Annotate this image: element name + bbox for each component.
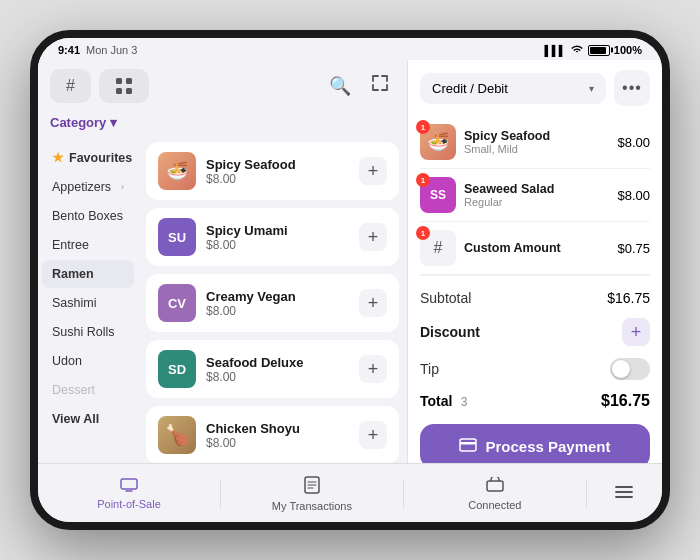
tip-row: Tip (420, 352, 650, 386)
grand-total-value: $16.75 (601, 392, 650, 410)
grid-icon (115, 77, 133, 95)
order-sub-seaweed-salad: Regular (464, 196, 609, 208)
cat-item-udon[interactable]: Udon (42, 347, 134, 375)
menu-item-spicy-umami: SU Spicy Umami $8.00 + (146, 208, 399, 266)
cat-item-entree[interactable]: Entree (42, 231, 134, 259)
item-price-spicy-umami: $8.00 (206, 238, 349, 252)
pos-icon (120, 478, 138, 496)
subtotal-label: Subtotal (420, 290, 471, 306)
item-name-chicken-shoyu: Chicken Shoyu (206, 421, 349, 436)
cat-item-sashimi[interactable]: Sashimi (42, 289, 134, 317)
item-name-seafood-deluxe: Seafood Deluxe (206, 355, 349, 370)
item-thumb-spicy-umami: SU (158, 218, 196, 256)
nav-item-transactions[interactable]: My Transactions (221, 474, 403, 514)
status-time: 9:41 (58, 44, 80, 56)
qty-badge-seaweed-salad: 1 (416, 173, 430, 187)
add-spicy-seafood-button[interactable]: + (359, 157, 387, 185)
category-bar: Category ▾ (38, 111, 407, 138)
item-thumb-seafood-deluxe: SD (158, 350, 196, 388)
qty-badge-custom-amount: 1 (416, 226, 430, 240)
subtotal-row: Subtotal $16.75 (420, 284, 650, 312)
transactions-icon (304, 476, 320, 498)
process-payment-label: Process Payment (485, 438, 610, 455)
nav-label-connected: Connected (468, 499, 521, 511)
add-seafood-deluxe-button[interactable]: + (359, 355, 387, 383)
subtotal-value: $16.75 (607, 290, 650, 306)
menu-item-creamy-vegan: CV Creamy Vegan $8.00 + (146, 274, 399, 332)
cat-item-favourites[interactable]: ★ Favourites (42, 143, 134, 172)
expand-button[interactable] (365, 68, 395, 103)
chevron-right-icon: › (121, 182, 124, 192)
tip-toggle[interactable] (610, 358, 650, 380)
item-thumb-chicken-shoyu: 🍗 (158, 416, 196, 454)
item-name-spicy-seafood: Spicy Seafood (206, 157, 349, 172)
cat-label-sushi-rolls: Sushi Rolls (52, 325, 115, 339)
chevron-down-icon: ▾ (589, 83, 594, 94)
category-dropdown[interactable]: Category ▾ (50, 115, 117, 130)
cat-item-appetizers[interactable]: Appetizers › (42, 173, 134, 201)
add-chicken-shoyu-button[interactable]: + (359, 421, 387, 449)
order-price-seaweed-salad: $8.00 (617, 188, 650, 203)
item-price-spicy-seafood: $8.00 (206, 172, 349, 186)
order-price-spicy-seafood: $8.00 (617, 135, 650, 150)
category-chevron: ▾ (110, 115, 117, 130)
svg-rect-2 (116, 88, 122, 94)
add-spicy-umami-button[interactable]: + (359, 223, 387, 251)
svg-rect-5 (460, 442, 476, 445)
cat-label-bento: Bento Boxes (52, 209, 123, 223)
toolbar: # 🔍 (38, 60, 407, 111)
discount-add-button[interactable]: + (622, 318, 650, 346)
item-info-chicken-shoyu: Chicken Shoyu $8.00 (206, 421, 349, 450)
search-button[interactable]: 🔍 (323, 69, 357, 103)
item-price-creamy-vegan: $8.00 (206, 304, 349, 318)
svg-rect-3 (126, 88, 132, 94)
nav-item-connected[interactable]: Connected (404, 475, 586, 513)
view-all-button[interactable]: View All (42, 405, 134, 433)
star-icon: ★ (52, 150, 64, 165)
content-area: ★ Favourites Appetizers › Bento Boxes En… (38, 138, 407, 463)
item-price-seafood-deluxe: $8.00 (206, 370, 349, 384)
process-payment-button[interactable]: Process Payment (420, 424, 650, 463)
cat-item-sushi-rolls[interactable]: Sushi Rolls (42, 318, 134, 346)
order-item-custom-amount: # 1 Custom Amount $0.75 (420, 222, 650, 275)
nav-item-pos[interactable]: Point-of-Sale (38, 476, 220, 512)
nav-item-menu[interactable] (587, 483, 662, 505)
bottom-nav: Point-of-Sale My Transactions Connected (38, 463, 662, 522)
order-thumb-spicy-seafood: 🍜 1 (420, 124, 456, 160)
connected-icon (486, 477, 504, 497)
cat-label-sashimi: Sashimi (52, 296, 96, 310)
device-frame: 9:41 Mon Jun 3 ▌▌▌ 100% # (30, 30, 670, 530)
cat-item-dessert: Dessert (42, 376, 134, 404)
order-info-spicy-seafood: Spicy Seafood Small, Mild (464, 129, 609, 155)
grand-total-label: Total (420, 393, 452, 409)
cat-item-ramen[interactable]: Ramen (42, 260, 134, 288)
payment-method-select[interactable]: Credit / Debit ▾ (420, 73, 606, 104)
item-info-creamy-vegan: Creamy Vegan $8.00 (206, 289, 349, 318)
svg-rect-4 (460, 439, 476, 451)
process-payment-icon (459, 438, 477, 455)
battery-percent: 100% (614, 44, 642, 56)
svg-rect-1 (126, 78, 132, 84)
right-panel: Credit / Debit ▾ ••• 🍜 1 Spicy Seafood (408, 60, 662, 463)
hash-button[interactable]: # (50, 69, 91, 103)
order-items: 🍜 1 Spicy Seafood Small, Mild $8.00 SS 1 (420, 116, 650, 275)
totals-section: Subtotal $16.75 Discount + Tip Total 3 (420, 275, 650, 416)
payment-method-label: Credit / Debit (432, 81, 508, 96)
nav-label-transactions: My Transactions (272, 500, 352, 512)
item-name-creamy-vegan: Creamy Vegan (206, 289, 349, 304)
order-name-custom-amount: Custom Amount (464, 241, 609, 255)
add-creamy-vegan-button[interactable]: + (359, 289, 387, 317)
cat-label-entree: Entree (52, 238, 89, 252)
more-options-button[interactable]: ••• (614, 70, 650, 106)
battery-indicator (588, 45, 610, 56)
cat-item-bento-boxes[interactable]: Bento Boxes (42, 202, 134, 230)
category-list: ★ Favourites Appetizers › Bento Boxes En… (38, 138, 138, 463)
status-bar: 9:41 Mon Jun 3 ▌▌▌ 100% (38, 38, 662, 60)
hamburger-icon (615, 485, 633, 503)
svg-rect-6 (121, 479, 137, 489)
grid-button[interactable] (99, 69, 149, 103)
more-icon: ••• (622, 79, 642, 97)
item-price-chicken-shoyu: $8.00 (206, 436, 349, 450)
item-list: 🍜 Spicy Seafood $8.00 + SU Spicy Umami $… (138, 138, 407, 463)
status-date: Mon Jun 3 (86, 44, 137, 56)
